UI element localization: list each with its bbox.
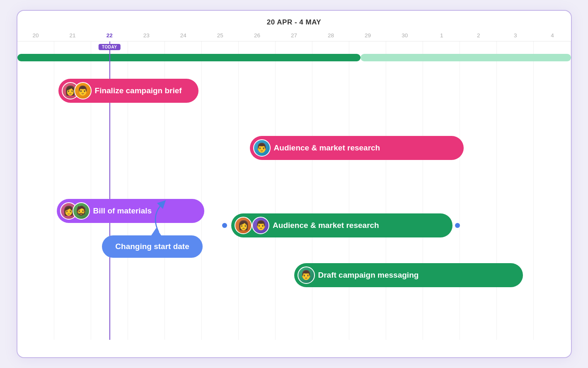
progress-bar-light-green: [361, 54, 571, 61]
today-badge: TODAY: [99, 44, 120, 50]
dot-right: [455, 223, 460, 228]
avatar-6: 👩: [235, 217, 252, 234]
task-audience-research-1[interactable]: 👨 Audience & market research: [250, 136, 464, 160]
dot-left: [222, 223, 227, 228]
drag-handle-left[interactable]: ⋮⋮: [48, 208, 59, 214]
task-finalize-campaign-brief[interactable]: 👩 👨 Finalize campaign brief: [58, 79, 198, 103]
drag-handle-right[interactable]: ⋮⋮: [202, 208, 213, 214]
date-30: 30: [386, 30, 423, 41]
date-21: 21: [54, 30, 91, 41]
task-label: Audience & market research: [274, 143, 380, 153]
tooltip-text: Changing start date: [115, 242, 189, 251]
grid-col-14: [534, 41, 571, 340]
date-25: 25: [202, 30, 239, 41]
progress-bar-row: [17, 54, 571, 61]
grid-col-10: [386, 41, 423, 340]
avatar-3: 👨: [253, 139, 271, 157]
date-27: 27: [276, 30, 312, 41]
tooltip-arrow-up: [151, 228, 161, 235]
date-28: 28: [312, 30, 349, 41]
date-22: 22 TODAY: [91, 30, 128, 41]
date-1: 1: [423, 30, 460, 41]
task-audience-research-2[interactable]: 👩 👨 Audience & market research: [231, 213, 452, 237]
task-label: Bill of materials: [93, 206, 152, 215]
grid-col-6: [239, 41, 276, 340]
avatar-7: 👨: [252, 217, 269, 234]
avatar-8: 👨: [298, 266, 315, 284]
grid-col-5: [202, 41, 239, 340]
task-label: Finalize campaign brief: [95, 86, 182, 95]
task-avatars: 👩 👨: [62, 82, 92, 99]
date-2: 2: [460, 30, 497, 41]
dates-row: 20 21 22 TODAY 23 24 25 26 27 28 29 30 1…: [17, 30, 571, 41]
grid-col-9: [349, 41, 386, 340]
avatar-5: 🧔: [73, 202, 90, 220]
date-20: 20: [17, 30, 54, 41]
task-avatars: 👩 🧔: [60, 202, 90, 220]
task-avatars: 👨: [298, 266, 315, 284]
task-bill-of-materials[interactable]: ⋮⋮ 👩 🧔 Bill of materials ⋮⋮: [57, 199, 204, 223]
date-24: 24: [165, 30, 202, 41]
date-3: 3: [497, 30, 534, 41]
task-avatars: 👩 👨: [235, 217, 269, 234]
grid-col-8: [312, 41, 349, 340]
date-26: 26: [239, 30, 276, 41]
date-range-title: 20 APR - 4 MAY: [17, 11, 571, 30]
grid-col-0: [17, 41, 54, 340]
gantt-chart: 20 APR - 4 MAY 20 21 22 TODAY 23 24 25 2…: [17, 10, 572, 358]
date-4: 4: [534, 30, 571, 41]
grid-col-12: [460, 41, 497, 340]
task-draft-campaign-messaging[interactable]: 👨 Draft campaign messaging: [294, 263, 523, 287]
progress-bar-green: [17, 54, 361, 61]
grid-col-13: [497, 41, 534, 340]
tooltip-bubble: Changing start date: [102, 235, 202, 258]
grid-col-11: [423, 41, 460, 340]
task-label: Audience & market research: [273, 221, 379, 230]
avatar-2: 👨: [74, 82, 92, 99]
gantt-body: 👩 👨 Finalize campaign brief 👨 Audience &…: [17, 41, 571, 340]
date-29: 29: [349, 30, 386, 41]
tooltip-container: Changing start date: [102, 235, 202, 258]
date-23: 23: [128, 30, 165, 41]
task-label: Draft campaign messaging: [318, 271, 419, 280]
grid-col-7: [276, 41, 312, 340]
task-avatars: 👨: [253, 139, 271, 157]
